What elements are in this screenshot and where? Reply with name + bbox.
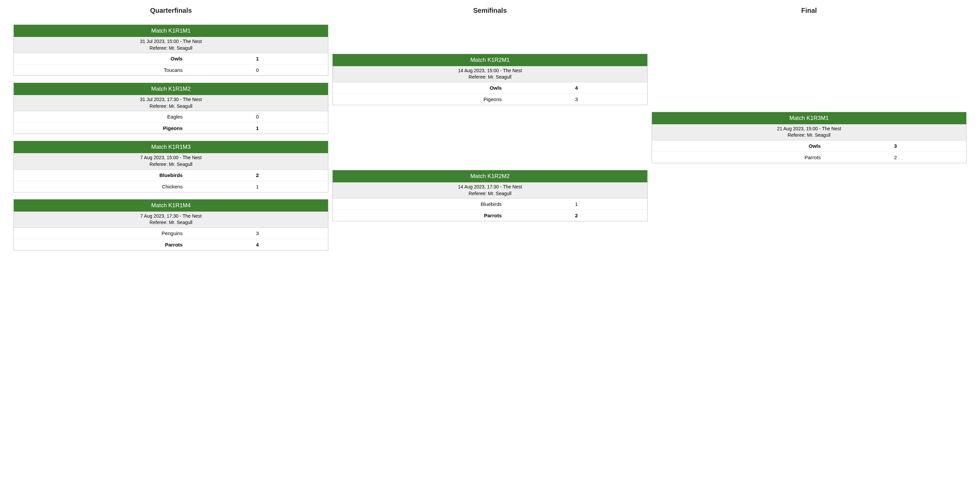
team-name: Toucans (14, 67, 186, 73)
match-card: Match K1R2M214 Aug 2023, 17:30 - The Nes… (332, 170, 647, 221)
team-row: Parrots2 (333, 210, 647, 221)
team-row: Bluebirds1 (333, 198, 647, 210)
team-name: Owls (14, 56, 186, 62)
match-referee: Referee: Mr. Seagull (333, 191, 647, 197)
team-name: Parrots (14, 242, 186, 248)
team-row: Penguins3 (14, 228, 328, 239)
match-referee: Referee: Mr. Seagull (14, 45, 328, 52)
match-referee: Referee: Mr. Seagull (333, 74, 647, 81)
matches-container: Match K1R2M114 Aug 2023, 15:00 - The Nes… (332, 21, 647, 254)
team-score: 3 (186, 230, 328, 236)
team-name: Owls (333, 85, 506, 90)
team-score: 1 (186, 125, 328, 131)
match-card: Match K1R3M121 Aug 2023, 15:00 - The Nes… (652, 112, 967, 163)
match-info: 14 Aug 2023, 15:00 - The NestReferee: Mr… (333, 66, 647, 82)
team-row: Parrots2 (652, 151, 966, 163)
match-info: 7 Aug 2023, 15:00 - The NestReferee: Mr.… (14, 153, 328, 169)
match-datetime-venue: 21 Aug 2023, 15:00 - The Nest (652, 125, 966, 132)
team-name: Pigeons (14, 125, 186, 131)
team-score: 0 (186, 67, 328, 73)
match-header: Match K1R3M1 (652, 112, 966, 124)
team-name: Owls (652, 143, 825, 149)
team-row: Parrots4 (14, 239, 328, 250)
match-header: Match K1R2M1 (333, 54, 647, 66)
bracket-column: SemifinalsMatch K1R2M114 Aug 2023, 15:00… (332, 7, 647, 254)
team-score: 3 (825, 143, 966, 149)
match-header: Match K1R2M2 (333, 170, 647, 183)
match-card: Match K1R1M131 Jul 2023, 15:00 - The Nes… (13, 24, 328, 76)
team-name: Eagles (14, 114, 186, 119)
team-name: Penguins (14, 230, 186, 236)
bracket-column: FinalMatch K1R3M121 Aug 2023, 15:00 - Th… (652, 7, 967, 254)
matches-container: Match K1R1M131 Jul 2023, 15:00 - The Nes… (13, 21, 328, 254)
team-row: Owls4 (333, 82, 647, 94)
match-card: Match K1R1M231 Jul 2023, 17:30 - The Nes… (13, 83, 328, 134)
team-score: 1 (186, 56, 328, 62)
match-referee: Referee: Mr. Seagull (652, 132, 966, 139)
round-title: Semifinals (332, 7, 647, 14)
team-row: Owls1 (14, 53, 328, 64)
match-datetime-venue: 7 Aug 2023, 15:00 - The Nest (14, 154, 328, 161)
match-referee: Referee: Mr. Seagull (14, 219, 328, 226)
match-header: Match K1R1M2 (14, 83, 328, 95)
team-row: Bluebirds2 (14, 170, 328, 181)
round-title: Final (652, 7, 967, 14)
match-card: Match K1R1M47 Aug 2023, 17:30 - The Nest… (13, 199, 328, 251)
team-row: Pigeons3 (333, 94, 647, 105)
tournament-bracket: QuarterfinalsMatch K1R1M131 Jul 2023, 15… (13, 7, 967, 254)
match-referee: Referee: Mr. Seagull (14, 103, 328, 110)
team-name: Parrots (333, 213, 506, 218)
team-row: Chickens1 (14, 181, 328, 192)
team-score: 1 (186, 184, 328, 189)
match-header: Match K1R1M4 (14, 200, 328, 211)
team-name: Pigeons (333, 96, 506, 102)
match-referee: Referee: Mr. Seagull (14, 161, 328, 168)
team-score: 1 (506, 201, 647, 207)
matches-container: Match K1R3M121 Aug 2023, 15:00 - The Nes… (652, 21, 967, 254)
team-score: 2 (825, 154, 966, 160)
team-name: Chickens (14, 184, 186, 189)
team-row: Eagles0 (14, 111, 328, 122)
match-datetime-venue: 31 Jul 2023, 17:30 - The Nest (14, 96, 328, 103)
team-name: Parrots (652, 154, 825, 160)
team-name: Bluebirds (14, 172, 186, 178)
team-score: 2 (186, 172, 328, 178)
match-datetime-venue: 14 Aug 2023, 17:30 - The Nest (333, 184, 647, 191)
match-card: Match K1R1M37 Aug 2023, 15:00 - The Nest… (13, 141, 328, 192)
match-header: Match K1R1M1 (14, 25, 328, 37)
match-info: 21 Aug 2023, 15:00 - The NestReferee: Mr… (652, 124, 966, 140)
team-score: 4 (506, 85, 647, 90)
team-row: Owls3 (652, 140, 966, 151)
match-datetime-venue: 31 Jul 2023, 15:00 - The Nest (14, 38, 328, 45)
match-info: 31 Jul 2023, 17:30 - The NestReferee: Mr… (14, 95, 328, 111)
match-header: Match K1R1M3 (14, 141, 328, 153)
match-datetime-venue: 7 Aug 2023, 17:30 - The Nest (14, 213, 328, 220)
match-datetime-venue: 14 Aug 2023, 15:00 - The Nest (333, 68, 647, 74)
team-score: 0 (186, 114, 328, 119)
team-row: Pigeons1 (14, 122, 328, 134)
match-card: Match K1R2M114 Aug 2023, 15:00 - The Nes… (332, 54, 647, 105)
team-score: 4 (186, 242, 328, 248)
team-score: 3 (506, 96, 647, 102)
team-name: Bluebirds (333, 201, 506, 207)
bracket-column: QuarterfinalsMatch K1R1M131 Jul 2023, 15… (13, 7, 328, 254)
team-score: 2 (506, 213, 647, 218)
match-info: 7 Aug 2023, 17:30 - The NestReferee: Mr.… (14, 211, 328, 228)
match-info: 31 Jul 2023, 15:00 - The NestReferee: Mr… (14, 37, 328, 53)
team-row: Toucans0 (14, 64, 328, 76)
round-title: Quarterfinals (13, 7, 328, 14)
match-info: 14 Aug 2023, 17:30 - The NestReferee: Mr… (333, 183, 647, 198)
